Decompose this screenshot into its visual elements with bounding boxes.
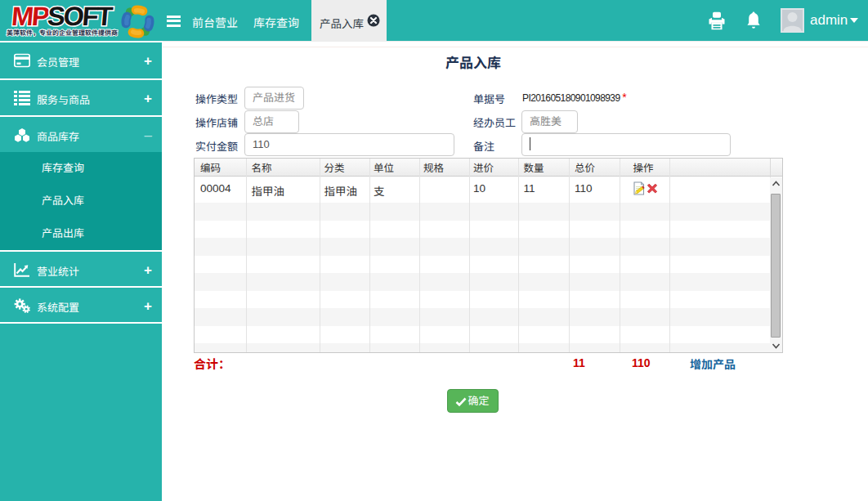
svg-text:美萍软件，专业的企业管理软件提供商: 美萍软件，专业的企业管理软件提供商 <box>7 28 118 37</box>
